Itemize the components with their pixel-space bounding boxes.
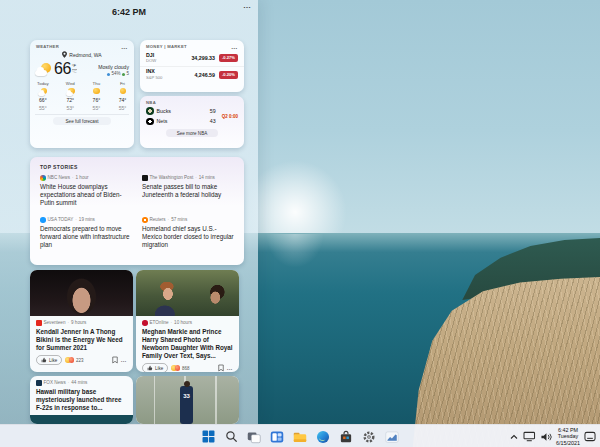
usa-today-logo-icon: [40, 217, 46, 223]
bucks-score: 59: [210, 108, 216, 114]
partly-cloudy-icon: [38, 88, 47, 96]
reactions[interactable]: 223: [65, 357, 83, 363]
notification-center-icon[interactable]: [584, 431, 596, 442]
see-more-nba-button[interactable]: See more NBA: [166, 129, 218, 137]
card-menu-button[interactable]: …: [227, 366, 234, 370]
fox-news-logo-icon: [36, 380, 42, 386]
market-menu-button[interactable]: …: [231, 45, 238, 49]
emoji-reaction-icon: [69, 357, 75, 363]
article-image: 33: [136, 376, 239, 424]
widgets-panel: 6:42 PM … WEATHER … Redmond, WA 66 °F °C…: [0, 0, 258, 424]
wallpaper-sun-reflection: [266, 234, 324, 268]
inx-value: 4,246.59: [194, 72, 215, 78]
jersey-number: 33: [180, 393, 193, 399]
weather-widget[interactable]: WEATHER … Redmond, WA 66 °F °C Mostly cl…: [30, 40, 134, 148]
nba-team-row-nets[interactable]: Nets 43: [146, 118, 216, 126]
edge-browser-button[interactable]: [315, 429, 331, 445]
thumbs-up-icon: [147, 365, 153, 371]
reactions[interactable]: 868: [171, 365, 189, 371]
seventeen-logo-icon: [36, 320, 42, 326]
weather-condition: Mostly cloudy: [98, 64, 129, 70]
article-image: [136, 270, 239, 316]
microsoft-store-button[interactable]: [338, 429, 354, 445]
start-button[interactable]: [200, 429, 216, 445]
droplet-icon: [107, 73, 110, 76]
market-row-dji[interactable]: DJI DOW 34,299.33 -0.27%: [140, 50, 244, 66]
tray-expand-icon[interactable]: [509, 432, 519, 442]
article-image: [30, 415, 133, 424]
washington-post-logo-icon: [142, 175, 148, 181]
wind-value: 5: [126, 71, 129, 77]
like-button[interactable]: Like: [142, 363, 168, 372]
nets-score: 43: [210, 118, 216, 124]
weather-title: WEATHER: [36, 44, 59, 49]
nba-team-row-bucks[interactable]: Bucks 59: [146, 107, 216, 115]
forecast-strip: Today 66° 55° Wed 72° 53° Thu 76° 55°: [30, 78, 134, 111]
folder-icon: [293, 430, 307, 444]
gear-icon: [362, 430, 376, 444]
inx-change-badge: -0.20%: [219, 71, 238, 79]
news-card[interactable]: 33: [136, 376, 239, 424]
nba-widget[interactable]: NBA Bucks 59 Nets 43 Q2 0:00: [140, 96, 244, 148]
news-card[interactable]: ETOnline · 10 hours Meghan Markle and Pr…: [136, 270, 239, 372]
forecast-day-wed[interactable]: Wed 72° 53°: [66, 81, 75, 111]
task-view-icon: [247, 430, 261, 444]
story-item[interactable]: Reuters · 57 mins Homeland chief says U.…: [142, 217, 234, 249]
widgets-icon: [270, 430, 284, 444]
panel-menu-button[interactable]: …: [243, 1, 252, 10]
forecast-day-thu[interactable]: Thu 76° 55°: [92, 81, 101, 111]
nba-title: NBA: [146, 100, 156, 105]
like-button[interactable]: Like: [36, 355, 62, 365]
humidity-value: 54%: [111, 71, 120, 77]
market-widget[interactable]: MONEY | MARKET … DJI DOW 34,299.33 -0.27…: [140, 40, 244, 92]
current-temperature: 66: [54, 60, 71, 78]
forecast-day-fri[interactable]: Fri 74° 55°: [118, 81, 127, 111]
bucks-logo-icon: [146, 107, 154, 115]
edge-icon: [316, 430, 330, 444]
weather-menu-button[interactable]: …: [121, 45, 128, 49]
network-icon[interactable]: [523, 431, 536, 442]
dji-change-badge: -0.27%: [219, 54, 238, 62]
panel-clock: 6:42 PM: [0, 7, 258, 17]
forecast-day-today[interactable]: Today 66° 55°: [37, 81, 49, 111]
etonline-logo-icon: [142, 320, 148, 326]
top-stories-widget: TOP STORIES NBC News · 1 hour White Hous…: [30, 157, 244, 265]
stocks-app-button[interactable]: [384, 429, 400, 445]
news-card[interactable]: Seventeen · 9 hours Kendall Jenner In A …: [30, 270, 133, 372]
stock-chart-icon: [385, 430, 399, 444]
tray-clock[interactable]: 6:42 PM Tuesday 6/15/2021: [556, 427, 580, 445]
bookmark-icon[interactable]: [112, 356, 118, 364]
tray-date: 6/15/2021: [556, 440, 580, 446]
reaction-count: 223: [76, 358, 84, 363]
task-view-button[interactable]: [246, 429, 262, 445]
search-button[interactable]: [223, 429, 239, 445]
bookmark-icon[interactable]: [218, 364, 224, 372]
partly-cloudy-icon: [66, 88, 75, 96]
top-stories-title: TOP STORIES: [30, 157, 244, 175]
story-item[interactable]: USA TODAY · 19 mins Democrats prepared t…: [40, 217, 132, 249]
football-player-figure: 33: [180, 386, 193, 424]
sunny-icon: [118, 88, 127, 96]
see-full-forecast-link[interactable]: See full forecast: [53, 117, 111, 125]
card-menu-button[interactable]: …: [121, 358, 128, 362]
file-explorer-button[interactable]: [292, 429, 308, 445]
sunny-icon: [92, 88, 101, 96]
story-item[interactable]: NBC News · 1 hour White House downplays …: [40, 175, 132, 207]
reaction-count: 868: [182, 366, 190, 371]
widgets-button[interactable]: [269, 429, 285, 445]
story-item[interactable]: The Washington Post · 14 mins Senate pas…: [142, 175, 234, 207]
desktop: 6:42 PM … WEATHER … Redmond, WA 66 °F °C…: [0, 0, 600, 447]
unit-celsius-toggle[interactable]: °C: [72, 70, 77, 75]
volume-icon[interactable]: [540, 432, 552, 442]
taskbar: 6:42 PM Tuesday 6/15/2021: [0, 424, 600, 447]
emoji-reaction-icon: [175, 365, 181, 371]
search-icon: [225, 430, 238, 443]
weather-location[interactable]: Redmond, WA: [30, 51, 134, 58]
market-row-inx[interactable]: INX S&P 500 4,246.59 -0.20%: [140, 66, 244, 83]
store-bag-icon: [339, 430, 353, 444]
news-card[interactable]: FOX News · 44 mins Hawaii military base …: [30, 376, 133, 424]
reuters-logo-icon: [142, 217, 148, 223]
settings-button[interactable]: [361, 429, 377, 445]
article-image: [30, 270, 133, 316]
divider: [35, 114, 129, 115]
